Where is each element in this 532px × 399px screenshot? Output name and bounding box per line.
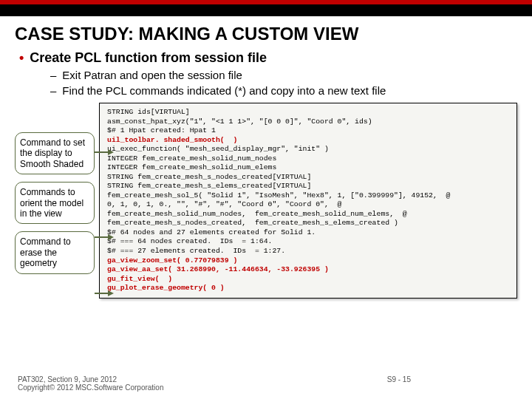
code-line-highlight: gu_plot_erase_geometry( 0 )	[107, 284, 225, 292]
code-line: $# 64 nodes and 27 elements created for …	[107, 228, 316, 236]
footer-line1: PAT302, Section 9, June 2012	[18, 375, 163, 383]
footer: PAT302, Section 9, June 2012 Copyright© …	[18, 375, 514, 392]
page-number: S9 - 15	[387, 375, 411, 392]
connector-line	[95, 236, 109, 238]
code-line: $# 1 Hpat created: Hpat 1	[107, 126, 216, 134]
callout-erase-geometry: Command to erase the geometry	[15, 231, 95, 273]
code-line: 0, 1, 0, 1, 0., "", "#", "#", "Coord 0",…	[107, 200, 341, 208]
code-line: STRING fem_create_mesh_s_nodes_created[V…	[107, 173, 311, 181]
sub-text-1: Exit Patran and open the session file	[62, 69, 242, 81]
arrow-icon	[108, 234, 114, 240]
code-line: INTEGER fem_create_mesh_solid_num_elems	[107, 163, 276, 171]
code-line-highlight: ga_view_aa_set( 31.268990, -11.446634, -…	[107, 265, 329, 273]
code-line: INTEGER fem_create_mesh_solid_num_nodes	[107, 154, 276, 163]
code-line: STRING ids[VIRTUAL]	[107, 108, 190, 116]
code-line: fem_create_mesh_s_nodes_created, fem_cre…	[107, 219, 398, 227]
code-line-highlight: ga_view_zoom_set( 0.77079839 )	[107, 256, 237, 265]
arrow-icon	[108, 290, 114, 296]
code-line: fem_create_mesh_solid_num_nodes, fem_cre…	[107, 210, 407, 218]
callout-smooth-shaded: Command to set the display to Smooth Sha…	[15, 132, 95, 174]
code-line-highlight: gu_fit_view( )	[107, 275, 172, 283]
code-line: asm_const_hpat_xyz("1", "<1 1 1>", "[0 0…	[107, 117, 372, 126]
sub-bullet-1: – Exit Patran and open the session file	[50, 69, 517, 81]
code-line: $# === 64 nodes created. IDs = 1:64.	[107, 237, 272, 245]
code-line: $# === 27 elements created. IDs = 1:27.	[107, 247, 285, 255]
sub-text-2: Find the PCL commands indicated (*) and …	[62, 84, 386, 97]
connector-line	[95, 293, 109, 294]
bullet-dot: •	[19, 50, 24, 66]
arrow-icon	[108, 149, 114, 155]
sub-bullet-2: – Find the PCL commands indicated (*) an…	[50, 84, 517, 97]
footer-line2: Copyright© 2012 MSC.Software Corporation	[18, 383, 163, 392]
callout-orient-view: Commands to orient the model in the view	[15, 182, 95, 224]
page-title: CASE STUDY: MAKING A CUSTOM VIEW	[15, 24, 517, 44]
connector-line	[95, 151, 109, 153]
code-line: fem_create_mesh_sol_5( "Solid 1", "IsoMe…	[107, 191, 450, 200]
code-line: STRING fem_create_mesh_s_elems_created[V…	[107, 182, 311, 190]
dash-2: –	[50, 84, 56, 97]
code-line-highlight: uil_toolbar. shaded_smooth( )	[107, 136, 237, 144]
code-block: STRING ids[VIRTUAL] asm_const_hpat_xyz("…	[99, 103, 517, 299]
bullet-main: • Create PCL function from session file	[19, 50, 517, 66]
code-line: ui_exec_function( "mesh_seed_display_mgr…	[107, 145, 329, 153]
dash-1: –	[50, 69, 56, 81]
bullet-text: Create PCL function from session file	[30, 50, 267, 66]
